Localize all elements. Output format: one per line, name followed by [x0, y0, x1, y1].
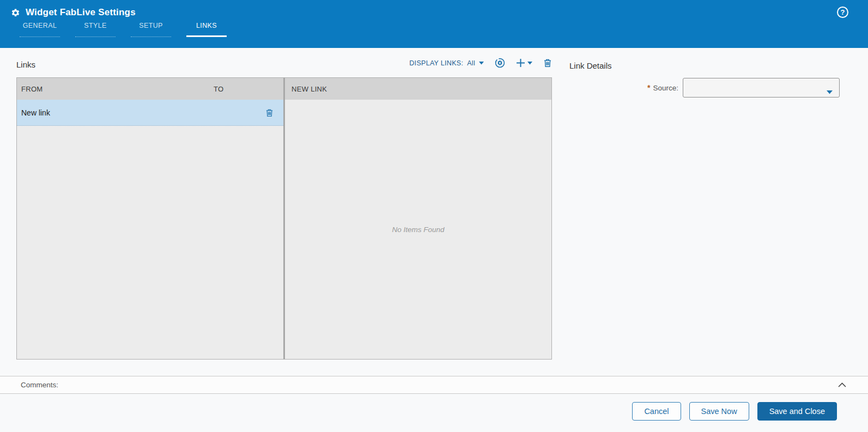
empty-state: No Items Found — [285, 100, 551, 359]
links-section-title: Links — [16, 60, 35, 69]
save-now-button[interactable]: Save Now — [689, 402, 749, 421]
chevron-up-icon[interactable] — [838, 382, 846, 387]
tab-links[interactable]: LINKS — [186, 22, 227, 37]
left-pane-body — [17, 126, 283, 359]
required-marker: * — [647, 83, 650, 92]
header-title-row: Widget FabLive Settings — [0, 0, 868, 19]
dialog-title: Widget FabLive Settings — [26, 7, 136, 18]
link-details-title: Link Details — [569, 61, 612, 70]
source-select[interactable] — [683, 78, 840, 98]
display-links-value: All — [467, 59, 475, 67]
tab-general[interactable]: GENERAL — [20, 22, 60, 37]
save-and-close-button[interactable]: Save and Close — [757, 402, 837, 421]
column-header-to: TO — [214, 85, 283, 93]
display-links-label: DISPLAY LINKS: — [409, 59, 463, 67]
dialog-content: Links DISPLAY LINKS: All — [0, 48, 868, 432]
chevron-down-icon — [827, 87, 833, 96]
dialog-header: Widget FabLive Settings ? GENERAL STYLE … — [0, 0, 868, 48]
links-table-left-pane: FROM TO New link — [17, 78, 283, 359]
row-delete-icon[interactable] — [265, 108, 274, 117]
cancel-button[interactable]: Cancel — [632, 402, 681, 421]
links-table-right-pane: NEW LINK No Items Found — [285, 78, 551, 359]
links-toolbar: DISPLAY LINKS: All — [411, 58, 552, 68]
links-table-header: FROM TO — [17, 78, 283, 100]
chevron-down-icon — [527, 62, 532, 65]
chevron-down-icon — [479, 62, 484, 65]
tab-bar: GENERAL STYLE SETUP LINKS — [20, 22, 868, 37]
source-label: * Source: — [647, 83, 678, 92]
tab-setup[interactable]: SETUP — [131, 22, 171, 37]
help-glyph: ? — [841, 8, 845, 16]
comments-bar: Comments: — [0, 376, 868, 394]
plus-icon — [516, 58, 525, 68]
help-icon[interactable]: ? — [837, 7, 848, 18]
auto-link-settings-icon[interactable] — [495, 58, 505, 68]
tab-style[interactable]: STYLE — [75, 22, 116, 37]
new-link-header: NEW LINK — [285, 78, 551, 100]
links-table: FROM TO New link NEW LINK — [16, 77, 552, 360]
empty-state-message: No Items Found — [392, 226, 444, 234]
gear-icon — [11, 8, 20, 17]
footer-actions: Cancel Save Now Save and Close — [632, 402, 837, 421]
source-field-row: * Source: — [569, 78, 840, 98]
delete-link-button[interactable] — [543, 58, 552, 68]
source-label-text: Source: — [653, 84, 678, 92]
table-row[interactable]: New link — [17, 100, 283, 126]
add-link-button[interactable] — [516, 58, 532, 68]
link-row-label: New link — [17, 108, 265, 117]
column-header-from: FROM — [17, 85, 214, 93]
column-header-new-link: NEW LINK — [285, 85, 327, 93]
comments-label: Comments: — [21, 381, 58, 389]
display-links-dropdown[interactable]: DISPLAY LINKS: All — [409, 59, 484, 67]
